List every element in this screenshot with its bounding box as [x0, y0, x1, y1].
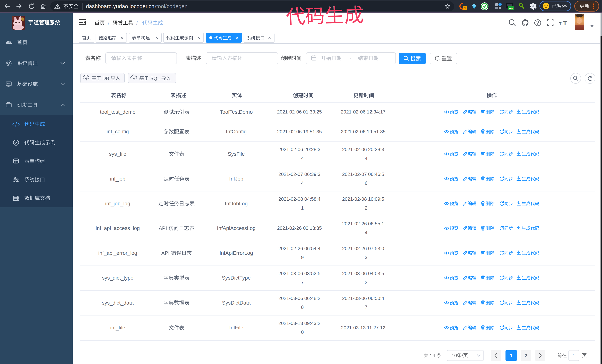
svg-text:2021-02-06 19:51:35: 2021-02-06 19:51:35	[341, 129, 386, 135]
svg-text:2021-03-06 06:50:4: 2021-03-06 06:50:4	[342, 295, 384, 301]
svg-text:4: 4	[365, 230, 367, 235]
svg-text:SysDictData: SysDictData	[222, 300, 250, 306]
svg-text:InfConfig: InfConfig	[226, 129, 247, 135]
svg-text:6: 6	[365, 180, 367, 186]
svg-text:2021-02-26 06:55:1: 2021-02-26 06:55:1	[342, 221, 384, 227]
svg-text:2021-02-26 07:53:0: 2021-02-26 07:53:0	[342, 246, 384, 251]
svg-text:/: /	[108, 20, 109, 26]
svg-text:1: 1	[464, 6, 466, 10]
svg-text:T: T	[563, 20, 567, 26]
svg-text:-: -	[350, 55, 351, 61]
svg-text:2021-02-26 06:54:4: 2021-02-26 06:54:4	[279, 246, 321, 251]
svg-text:2021-02-07 06:39:3: 2021-02-07 06:39:3	[279, 171, 321, 177]
svg-text:InfFile: InfFile	[229, 325, 243, 331]
svg-text:SysFile: SysFile	[228, 151, 245, 157]
svg-text:0: 0	[301, 329, 304, 335]
svg-text:SysDictType: SysDictType	[222, 275, 251, 281]
svg-text:2021-02-06 20:28:3: 2021-02-06 20:28:3	[279, 147, 321, 152]
svg-text:ToolTestDemo: ToolTestDemo	[220, 109, 253, 115]
svg-text:2021-02-06 19:51:35: 2021-02-06 19:51:35	[277, 129, 322, 135]
svg-text:1: 1	[510, 353, 512, 358]
svg-text:/: /	[136, 20, 138, 26]
svg-text:dashboard.yudao.iocoder.cn: dashboard.yudao.iocoder.cn	[86, 3, 154, 9]
svg-text:InfJobLog: InfJobLog	[225, 201, 248, 207]
svg-text:4: 4	[301, 156, 304, 161]
svg-text:3: 3	[365, 255, 367, 260]
svg-text:InfJob: InfJob	[229, 176, 243, 182]
svg-text:sys_file: sys_file	[109, 151, 126, 157]
svg-text:inf_config: inf_config	[107, 129, 129, 135]
svg-text:2021-03-06 04:03:5: 2021-03-06 04:03:5	[342, 271, 384, 276]
svg-text:2021-03-13 09:43:2: 2021-03-13 09:43:2	[279, 321, 321, 326]
svg-text:inf_api_error_log: inf_api_error_log	[98, 250, 137, 256]
svg-text:2: 2	[525, 353, 527, 358]
svg-text:2021-02-06 20:28:3: 2021-02-06 20:28:3	[342, 147, 384, 152]
svg-text:1: 1	[301, 205, 304, 211]
svg-text:2: 2	[365, 280, 367, 285]
svg-text:2021-02-06 12:34:17: 2021-02-06 12:34:17	[341, 109, 386, 114]
svg-text:on: on	[509, 7, 513, 10]
svg-text:7: 7	[365, 304, 367, 310]
svg-text:2021-02-06 01:33:25: 2021-02-06 01:33:25	[277, 109, 322, 114]
svg-text:4: 4	[365, 156, 367, 161]
svg-text:8: 8	[301, 304, 304, 310]
svg-text:inf_api_access_log: inf_api_access_log	[96, 225, 140, 231]
svg-text:inf_file: inf_file	[110, 325, 125, 331]
svg-text:sys_dict_type: sys_dict_type	[102, 275, 134, 281]
svg-text:InfApiAccessLog: InfApiAccessLog	[217, 225, 256, 231]
svg-text:2021-03-06 06:48:2: 2021-03-06 06:48:2	[279, 295, 321, 301]
svg-text:2021-03-06 03:52:5: 2021-03-06 03:52:5	[279, 271, 321, 276]
svg-text:2021-02-07 06:46:5: 2021-02-07 06:46:5	[342, 171, 384, 177]
svg-text:inf_job_log: inf_job_log	[105, 201, 130, 207]
svg-text:9: 9	[301, 255, 304, 260]
svg-text:2021-02-08 04:58:4: 2021-02-08 04:58:4	[279, 196, 321, 202]
svg-text:T: T	[559, 21, 562, 26]
svg-text:/tool/codegen: /tool/codegen	[155, 3, 188, 9]
svg-text:1: 1	[572, 353, 575, 358]
svg-text:2021-02-26 00:13:35: 2021-02-26 00:13:35	[277, 225, 322, 231]
svg-text:2: 2	[365, 205, 367, 211]
svg-text:InfApiErrorLog: InfApiErrorLog	[219, 250, 253, 256]
svg-text:2021-03-13 11:27:12: 2021-03-13 11:27:12	[341, 325, 386, 331]
svg-text:inf_job: inf_job	[110, 176, 125, 182]
svg-text:tool_test_demo: tool_test_demo	[100, 109, 135, 115]
svg-text:7: 7	[301, 280, 304, 285]
svg-text:2021-02-08 10:09:5: 2021-02-08 10:09:5	[342, 196, 384, 202]
svg-text:sys_dict_data: sys_dict_data	[102, 300, 134, 306]
svg-text:4: 4	[301, 180, 304, 186]
